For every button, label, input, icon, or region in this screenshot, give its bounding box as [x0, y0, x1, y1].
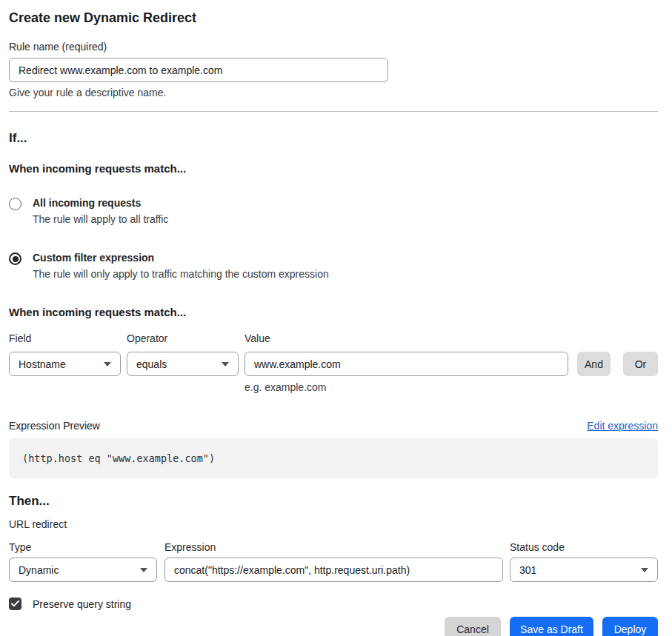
rule-name-label: Rule name (required) — [9, 41, 658, 53]
status-code-select-value: 301 — [519, 564, 536, 576]
radio-button[interactable] — [9, 198, 21, 210]
chevron-down-icon — [104, 362, 111, 366]
chevron-down-icon — [140, 568, 147, 572]
radio-texts: All incoming requests The rule will appl… — [33, 197, 168, 225]
url-redirect-label: URL redirect — [9, 518, 658, 530]
preserve-query-row[interactable]: Preserve query string — [9, 597, 658, 610]
field-select[interactable]: Hostname — [9, 352, 121, 376]
value-label: Value — [244, 332, 568, 344]
value-input[interactable] — [244, 352, 568, 376]
radio-texts: Custom filter expression The rule will o… — [33, 252, 329, 280]
section-divider — [9, 111, 658, 112]
type-select-value: Dynamic — [19, 564, 59, 576]
expression-preview-label: Expression Preview — [9, 420, 100, 432]
field-select-value: Hostname — [19, 358, 66, 370]
footer-actions: Cancel Save as Draft Deploy — [9, 617, 658, 636]
operator-select[interactable]: equals — [127, 352, 239, 376]
expression-preview-block: (http.host eq "www.example.com") — [9, 438, 658, 478]
and-button[interactable]: And — [577, 352, 611, 376]
or-button[interactable]: Or — [623, 352, 658, 376]
checkbox-checked[interactable] — [9, 597, 21, 610]
operator-select-value: equals — [136, 358, 167, 370]
create-redirect-form: Create new Dynamic Redirect Rule name (r… — [0, 0, 672, 636]
then-heading: Then... — [9, 494, 658, 509]
radio-label: Custom filter expression — [33, 252, 329, 264]
expression-label: Expression — [164, 541, 503, 553]
chevron-down-icon — [641, 568, 648, 572]
radio-button-checked[interactable] — [9, 252, 21, 265]
operator-label: Operator — [127, 332, 239, 344]
cancel-button[interactable]: Cancel — [445, 617, 501, 636]
field-label: Field — [9, 332, 121, 344]
status-code-select[interactable]: 301 — [510, 558, 658, 582]
match-heading: When incoming requests match... — [9, 162, 658, 175]
type-label: Type — [9, 541, 157, 553]
radio-description: The rule will apply to all traffic — [33, 213, 168, 225]
if-heading: If... — [9, 131, 658, 146]
builder-row: Hostname equals And Or — [9, 352, 658, 376]
status-code-label: Status code — [510, 541, 658, 553]
rule-name-help: Give your rule a descriptive name. — [9, 87, 658, 98]
rule-name-input[interactable] — [9, 58, 388, 82]
page-title: Create new Dynamic Redirect — [9, 10, 658, 26]
radio-label: All incoming requests — [33, 197, 168, 209]
then-labels: Type Expression Status code — [9, 541, 658, 553]
deploy-button[interactable]: Deploy — [602, 617, 658, 636]
check-icon — [11, 600, 19, 607]
save-as-draft-button[interactable]: Save as Draft — [510, 617, 593, 636]
type-select[interactable]: Dynamic — [9, 558, 157, 582]
chevron-down-icon — [222, 362, 229, 366]
expression-preview-row: Expression Preview Edit expression — [9, 420, 658, 432]
preserve-query-label: Preserve query string — [33, 598, 131, 610]
and-or-buttons: And Or — [577, 352, 658, 376]
builder-heading: When incoming requests match... — [9, 306, 658, 318]
expression-preview-code: (http.host eq "www.example.com") — [22, 452, 215, 464]
builder-labels: Field Operator Value — [9, 332, 658, 344]
then-row: Dynamic 301 — [9, 558, 658, 582]
value-help: e.g. example.com — [244, 381, 658, 393]
edit-expression-link[interactable]: Edit expression — [587, 420, 658, 432]
redirect-expression-input[interactable] — [164, 558, 503, 582]
radio-description: The rule will only apply to traffic matc… — [33, 268, 329, 280]
option-custom-filter-expression[interactable]: Custom filter expression The rule will o… — [9, 252, 658, 280]
option-all-incoming-requests[interactable]: All incoming requests The rule will appl… — [9, 197, 658, 225]
